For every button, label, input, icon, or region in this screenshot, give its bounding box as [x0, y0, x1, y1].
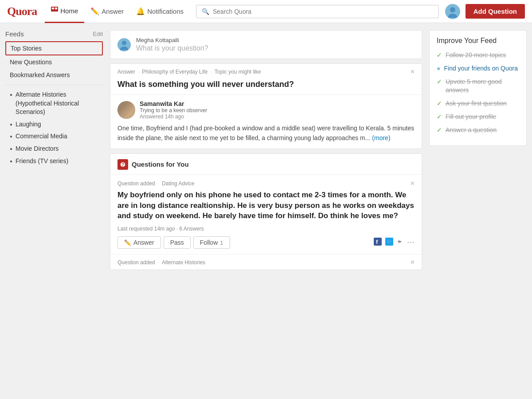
- svg-point-5: [448, 14, 457, 18]
- search-icon: 🔍: [202, 8, 209, 15]
- bottom-card-partial: Question added · Alternate Histories ×: [110, 254, 422, 270]
- bottom-meta-topic[interactable]: Alternate Histories: [162, 259, 205, 266]
- sidebar-topic-laughing[interactable]: Laughing: [5, 118, 103, 131]
- answerer-info: Samanwita Kar Trying to be a keen observ…: [140, 100, 207, 120]
- feed-item-3: ✓ Ask your first question: [437, 99, 519, 107]
- question-actions-0: ✏️ Answer Pass Follow 1: [117, 236, 415, 249]
- facebook-share-icon[interactable]: f: [374, 238, 382, 247]
- answer-button[interactable]: ✏️ Answer: [117, 236, 161, 249]
- answerer-name[interactable]: Samanwita Kar: [140, 100, 207, 107]
- feed-item-2: ✓ Upvote 5 more good answers: [437, 78, 519, 94]
- question-item-meta-0: Question added · Dating Advice ×: [117, 180, 415, 187]
- feed-item-4: ✓ Fill out your profile: [437, 113, 519, 121]
- feed-item-label-0: Follow 20 more topics: [446, 51, 506, 59]
- pencil-icon: ✏️: [124, 239, 131, 246]
- feeds-header: Feeds Edit: [5, 30, 103, 38]
- question-item-close-0[interactable]: ×: [411, 180, 415, 187]
- svg-point-4: [450, 7, 455, 12]
- left-sidebar: Feeds Edit Top Stories New Questions Boo…: [5, 30, 103, 274]
- ask-card-content: Megha Kottapalli What is your question?: [136, 37, 208, 52]
- answer-question-title[interactable]: What is something you will never underst…: [110, 78, 422, 95]
- svg-rect-2: [52, 8, 54, 9]
- sidebar-item-bookmarked-answers[interactable]: Bookmarked Answers: [5, 69, 103, 81]
- answer-text: One time, Boyfriend and I (had pre-booke…: [117, 123, 415, 143]
- ask-user-name: Megha Kottapalli: [136, 37, 208, 43]
- answer-icon: ✏️: [90, 7, 99, 16]
- sidebar-topic-alternate-histories[interactable]: Alternate Histories (Hypothetical Histor…: [5, 89, 103, 118]
- answerer-time: Answered 14h ago: [140, 113, 207, 120]
- share-icon[interactable]: [397, 238, 404, 247]
- search-bar[interactable]: 🔍: [196, 5, 439, 18]
- improve-feed-title: Improve Your Feed: [437, 37, 519, 45]
- feed-item-label-5: Answer a question: [446, 126, 497, 134]
- header: Quora Home ✏️ Answer 🔔 Notifications 🔍 A…: [0, 0, 532, 23]
- questions-for-you-card: ? Questions for You Question added · Dat…: [110, 153, 422, 270]
- answerer-avatar-img: [117, 101, 135, 119]
- sidebar-item-top-stories[interactable]: Top Stories: [5, 41, 103, 55]
- question-action-btns: ✏️ Answer Pass Follow 1: [117, 236, 230, 249]
- feed-item-0: ✓ Follow 20 more topics: [437, 51, 519, 59]
- answerer-row: Samanwita Kar Trying to be a keen observ…: [117, 100, 415, 120]
- qfy-icon: ?: [117, 159, 128, 170]
- nav-home[interactable]: Home: [45, 0, 84, 23]
- feed-item-label-2: Upvote 5 more good answers: [446, 78, 519, 94]
- svg-rect-3: [55, 8, 57, 9]
- answer-meta: Answer · Philosophy of Everyday Life · T…: [110, 64, 422, 78]
- svg-point-7: [120, 47, 128, 50]
- bell-icon: 🔔: [136, 7, 145, 16]
- feed-item-1: ● Find your friends on Quora: [437, 64, 519, 72]
- answerer-avatar: [117, 101, 135, 119]
- svg-text:🐦: 🐦: [387, 239, 393, 245]
- sidebar-item-new-questions[interactable]: New Questions: [5, 56, 103, 68]
- nav-answer[interactable]: ✏️ Answer: [84, 0, 130, 23]
- answer-more-link[interactable]: (more): [372, 134, 390, 141]
- ask-prompt[interactable]: What is your question?: [136, 44, 208, 52]
- check-icon-0: ✓: [437, 51, 442, 59]
- meta-topic2: Topic you might like: [215, 69, 261, 75]
- logo[interactable]: Quora: [7, 5, 37, 18]
- answerer-desc: Trying to be a keen observer: [140, 107, 207, 113]
- nav-notifications-label: Notifications: [147, 8, 184, 15]
- twitter-share-icon[interactable]: 🐦: [385, 238, 393, 247]
- bottom-card-close[interactable]: ×: [411, 259, 415, 266]
- nav-answer-label: Answer: [102, 8, 124, 15]
- ask-question-card: Megha Kottapalli What is your question?: [110, 30, 422, 59]
- qfy-title: Questions for You: [132, 160, 189, 168]
- nav-notifications[interactable]: 🔔 Notifications: [130, 0, 190, 23]
- feed-item-link-1[interactable]: Find your friends on Quora: [444, 64, 518, 72]
- right-sidebar: Improve Your Feed ✓ Follow 20 more topic…: [429, 30, 527, 274]
- bottom-meta-type: Question added: [117, 259, 155, 266]
- question-title-0[interactable]: My boyfriend only on his phone he used t…: [117, 190, 415, 221]
- more-options-icon[interactable]: ···: [407, 238, 415, 247]
- feed-item-label-4: Fill out your profile: [446, 113, 496, 121]
- meta-answer-label: Answer: [117, 69, 135, 75]
- pass-button[interactable]: Pass: [164, 236, 191, 249]
- check-icon-5: ✓: [437, 126, 442, 133]
- sidebar-topic-friends-tv[interactable]: Friends (TV series): [5, 155, 103, 168]
- check-icon-4: ✓: [437, 113, 442, 120]
- qi-meta-topic[interactable]: Dating Advice: [162, 180, 194, 187]
- sidebar-edit-link[interactable]: Edit: [93, 31, 103, 37]
- sidebar-divider: [5, 85, 103, 85]
- add-question-button[interactable]: Add Question: [466, 4, 525, 19]
- answer-card-close[interactable]: ×: [411, 68, 415, 75]
- question-item-0: Question added · Dating Advice × My boyf…: [110, 175, 422, 254]
- main-feed: Megha Kottapalli What is your question? …: [110, 30, 422, 274]
- friends-icon: ●: [437, 65, 440, 72]
- svg-text:f: f: [376, 239, 378, 245]
- improve-feed-card: Improve Your Feed ✓ Follow 20 more topic…: [429, 30, 527, 146]
- answer-meta-left: Answer · Philosophy of Everyday Life · T…: [117, 69, 261, 75]
- search-input[interactable]: [213, 8, 433, 15]
- sidebar-topic-movie-directors[interactable]: Movie Directors: [5, 143, 103, 155]
- page-body: Feeds Edit Top Stories New Questions Boo…: [0, 23, 532, 282]
- nav-home-label: Home: [60, 7, 78, 15]
- follow-button[interactable]: Follow 1: [193, 236, 230, 249]
- user-avatar[interactable]: [445, 4, 460, 19]
- feeds-title: Feeds: [5, 30, 24, 38]
- qi-meta-type: Question added: [117, 180, 155, 187]
- answer-card: Answer · Philosophy of Everyday Life · T…: [110, 63, 422, 149]
- ask-avatar: [117, 38, 131, 51]
- check-icon-2: ✓: [437, 78, 442, 85]
- sidebar-topic-commercial-media[interactable]: Commercial Media: [5, 130, 103, 143]
- meta-topic[interactable]: Philosophy of Everyday Life: [142, 69, 207, 75]
